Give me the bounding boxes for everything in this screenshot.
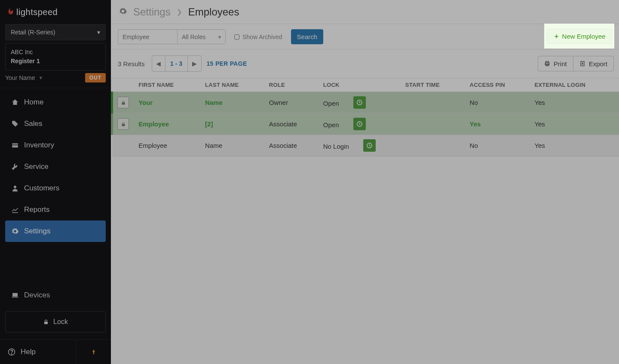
first-name: Employee bbox=[138, 142, 167, 149]
tag-icon bbox=[11, 120, 19, 128]
breadcrumb: Settings ❯ Employees bbox=[111, 0, 619, 24]
col-pin[interactable]: ACCESS PIN bbox=[466, 78, 530, 92]
external-login: Yes bbox=[530, 135, 619, 156]
col-first-name[interactable]: FIRST NAME bbox=[134, 78, 201, 92]
employees-table: FIRST NAME LAST NAME ROLE LOCK START TIM… bbox=[111, 78, 619, 156]
shop-selector[interactable]: Retail (R-Series) ▾ bbox=[5, 24, 106, 40]
svg-rect-0 bbox=[12, 144, 18, 145]
sidebar-item-service[interactable]: Service bbox=[5, 156, 106, 177]
sidebar-item-customers[interactable]: Customers bbox=[5, 177, 106, 199]
per-page-select[interactable]: 15 PER PAGE bbox=[207, 60, 247, 67]
search-input[interactable] bbox=[118, 29, 177, 44]
highlight-new-employee: ＋New Employee bbox=[544, 24, 614, 49]
external-login: Yes bbox=[530, 92, 619, 113]
svg-rect-13 bbox=[122, 102, 125, 104]
lock-status: Open bbox=[319, 113, 401, 135]
svg-point-2 bbox=[14, 186, 16, 188]
access-pin: No bbox=[466, 135, 530, 156]
svg-rect-1 bbox=[12, 145, 18, 147]
home-icon bbox=[11, 98, 19, 106]
account-box[interactable]: ABC Inc Register 1 bbox=[5, 43, 106, 70]
export-icon bbox=[579, 61, 585, 67]
table-row[interactable]: EmployeeNameAssociateNo Login NoYes bbox=[112, 135, 619, 156]
clock-icon[interactable] bbox=[363, 139, 376, 152]
role-select[interactable]: All Roles▼ bbox=[177, 29, 226, 44]
role: Associate bbox=[265, 113, 319, 135]
sidebar: lightspeed Retail (R-Series) ▾ ABC Inc R… bbox=[0, 0, 111, 364]
out-badge: OUT bbox=[85, 73, 106, 83]
show-archived-checkbox[interactable]: Show Archived bbox=[230, 34, 287, 40]
sidebar-item-devices[interactable]: Devices bbox=[5, 284, 106, 306]
role: Owner bbox=[265, 92, 319, 113]
last-name[interactable]: Name bbox=[205, 99, 223, 106]
toolbar: All Roles▼ Show Archived Search ＋New Emp… bbox=[111, 24, 619, 49]
col-role[interactable]: ROLE bbox=[265, 78, 319, 92]
chevron-down-icon: ▼ bbox=[39, 75, 43, 80]
lock-icon bbox=[43, 319, 49, 325]
sidebar-item-inventory[interactable]: Inventory bbox=[5, 135, 106, 156]
table-row[interactable]: YourNameOwnerOpen NoYes bbox=[112, 92, 619, 113]
external-login: Yes bbox=[530, 113, 619, 135]
clock-icon[interactable] bbox=[353, 96, 366, 109]
lock-screen-button[interactable]: Lock bbox=[5, 311, 106, 333]
gear-icon bbox=[119, 7, 127, 17]
col-ext[interactable]: EXTERNAL LOGIN bbox=[530, 78, 619, 92]
results-count: 3 Results bbox=[118, 60, 145, 67]
svg-rect-5 bbox=[12, 297, 18, 298]
pager-next[interactable]: ▶ bbox=[188, 56, 201, 71]
start-time bbox=[401, 135, 466, 156]
laptop-icon bbox=[11, 291, 19, 299]
last-name[interactable]: [2] bbox=[205, 120, 213, 128]
first-name[interactable]: Employee bbox=[138, 120, 169, 128]
sidebar-item-home[interactable]: Home bbox=[5, 92, 106, 113]
sidebar-item-sales[interactable]: Sales bbox=[5, 113, 106, 135]
first-name[interactable]: Your bbox=[138, 99, 153, 106]
page-title: Employees bbox=[188, 6, 239, 18]
start-time bbox=[401, 113, 466, 135]
print-button[interactable]: Print bbox=[538, 56, 573, 71]
svg-rect-15 bbox=[122, 124, 125, 126]
search-button[interactable]: Search bbox=[291, 29, 324, 44]
flame-icon bbox=[6, 6, 15, 18]
export-button[interactable]: Export bbox=[573, 56, 614, 71]
svg-rect-4 bbox=[12, 293, 18, 297]
new-employee-button-highlight[interactable]: ＋New Employee bbox=[547, 29, 612, 44]
sidebar-item-settings[interactable]: Settings bbox=[5, 220, 106, 242]
pager: ◀ 1 - 3 ▶ bbox=[152, 55, 202, 72]
access-pin: No bbox=[466, 92, 530, 113]
print-icon bbox=[544, 61, 550, 67]
table-row[interactable]: Employee[2]AssociateOpen YesYes bbox=[112, 113, 619, 135]
subtoolbar: 3 Results ◀ 1 - 3 ▶ 15 PER PAGE Print Ex… bbox=[111, 49, 619, 78]
chevron-down-icon: ▼ bbox=[218, 34, 222, 39]
user-row[interactable]: Your Name ▼ OUT bbox=[0, 73, 111, 88]
lock-status: No Login bbox=[319, 135, 401, 156]
main-nav: Home Sales Inventory Service Customers R… bbox=[0, 88, 111, 284]
col-lock[interactable]: LOCK bbox=[319, 78, 401, 92]
col-last-name[interactable]: LAST NAME bbox=[201, 78, 265, 92]
start-time bbox=[401, 92, 466, 113]
question-icon bbox=[8, 348, 15, 356]
pin-icon bbox=[91, 349, 97, 355]
lock-icon bbox=[117, 118, 129, 130]
clock-icon[interactable] bbox=[353, 118, 366, 130]
chevron-down-icon: ▾ bbox=[97, 29, 100, 36]
lock-icon bbox=[117, 97, 129, 108]
brand-logo: lightspeed bbox=[0, 0, 111, 24]
last-name: Name bbox=[205, 142, 222, 149]
gear-icon bbox=[11, 227, 19, 235]
svg-point-8 bbox=[11, 354, 12, 354]
lock-status: Open bbox=[319, 92, 401, 113]
help-button[interactable]: Help bbox=[0, 340, 76, 364]
user-icon bbox=[11, 184, 19, 192]
breadcrumb-parent[interactable]: Settings bbox=[133, 6, 171, 18]
plus-icon: ＋ bbox=[553, 32, 560, 40]
pager-range: 1 - 3 bbox=[165, 56, 188, 71]
access-pin: Yes bbox=[466, 113, 530, 135]
sidebar-item-reports[interactable]: Reports bbox=[5, 199, 106, 220]
chart-icon bbox=[11, 206, 19, 214]
pager-prev[interactable]: ◀ bbox=[152, 56, 165, 71]
pin-button[interactable] bbox=[76, 340, 111, 364]
role: Associate bbox=[265, 135, 319, 156]
col-start[interactable]: START TIME bbox=[401, 78, 466, 92]
svg-rect-6 bbox=[44, 321, 48, 324]
